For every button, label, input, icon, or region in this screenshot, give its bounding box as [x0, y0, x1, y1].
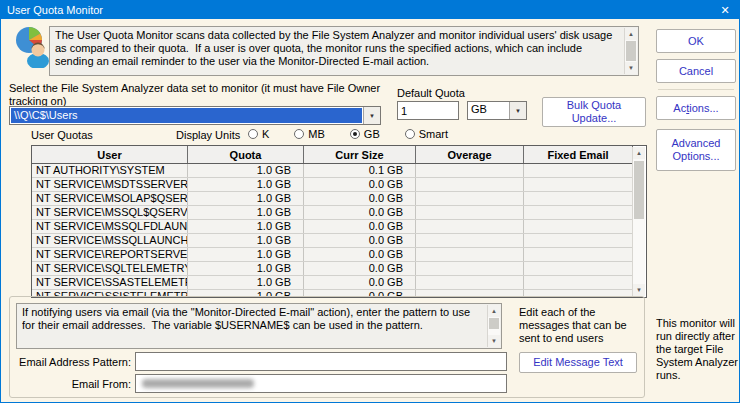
radio-circle-icon [350, 129, 360, 139]
dataset-label: Select the File System Analyzer data set… [9, 82, 391, 108]
table-cell: 0.0 GB [304, 234, 416, 247]
table-cell [524, 248, 633, 261]
scroll-down-icon[interactable]: ▼ [625, 62, 637, 74]
table-row[interactable]: NT AUTHORITY\SYSTEM1.0 GB0.1 GB [32, 164, 633, 178]
user-quotas-label: User Quotas [31, 129, 93, 142]
scrollbar-thumb[interactable] [634, 161, 644, 219]
scroll-down-icon[interactable]: ▼ [633, 284, 645, 296]
table-cell [416, 178, 524, 191]
advanced-options-button[interactable]: Advanced Options... [656, 129, 736, 171]
column-header-fixed-email[interactable]: Fixed Email [524, 146, 633, 163]
scroll-up-icon[interactable]: ▲ [488, 305, 500, 317]
edit-messages-hint: Edit each of the messages that can be se… [519, 306, 641, 345]
table-row[interactable]: NT SERVICE\SQLTELEMETRY$QSE1.0 GB0.0 GB [32, 262, 633, 276]
radio-label: K [262, 128, 269, 140]
email-note-box: If notifying users via email (via the "M… [16, 303, 502, 349]
chevron-down-icon[interactable]: ▼ [363, 107, 380, 124]
quota-table-header: User Quota Curr Size Overage Fixed Email [32, 146, 633, 164]
default-quota-input[interactable] [397, 101, 459, 120]
table-cell [416, 206, 524, 219]
table-cell: 1.0 GB [188, 248, 304, 261]
table-cell: NT SERVICE\SQLTELEMETRY$QSE [32, 262, 188, 275]
table-cell [524, 262, 633, 275]
table-cell: NT SERVICE\MSSQLFDLAUNCHER$ [32, 220, 188, 233]
table-cell: NT SERVICE\MSOLAP$QSERVER [32, 192, 188, 205]
bulk-quota-update-button[interactable]: Bulk Quota Update... [542, 97, 646, 127]
window-title: User Quota Monitor [7, 4, 103, 16]
column-header-curr-size[interactable]: Curr Size [304, 146, 416, 163]
actions-button[interactable]: Actions... [656, 96, 736, 120]
scroll-down-icon[interactable]: ▼ [488, 335, 500, 347]
column-header-overage[interactable]: Overage [416, 146, 524, 163]
bulk-label-line1: Bulk Quota [567, 99, 621, 112]
table-cell [524, 206, 633, 219]
default-quota-unit-combobox[interactable]: GB ▼ [467, 101, 527, 120]
table-cell: 1.0 GB [188, 234, 304, 247]
table-row[interactable]: NT SERVICE\SSASTELEMETRY$QS1.0 GB0.0 GB [32, 276, 633, 290]
table-cell: 0.0 GB [304, 248, 416, 261]
radio-mb[interactable]: MB [294, 128, 325, 140]
note-scrollbar[interactable]: ▲ ▼ [487, 305, 500, 347]
table-cell: 1.0 GB [188, 262, 304, 275]
radio-circle-icon [294, 129, 304, 139]
titlebar: User Quota Monitor ✕ [1, 1, 739, 19]
table-cell: 1.0 GB [188, 276, 304, 289]
radio-k[interactable]: K [248, 128, 269, 140]
table-cell: 0.1 GB [304, 164, 416, 177]
table-cell: 0.0 GB [304, 178, 416, 191]
description-text: The User Quota Monitor scans data collec… [55, 29, 620, 73]
table-cell [416, 192, 524, 205]
user-quota-icon [12, 24, 54, 68]
radio-circle-icon [248, 129, 258, 139]
scroll-up-icon[interactable]: ▲ [625, 28, 637, 40]
column-header-user[interactable]: User [32, 146, 188, 163]
table-scrollbar[interactable]: ▲ ▼ [632, 147, 645, 296]
email-pattern-input[interactable] [135, 352, 507, 371]
table-row[interactable]: NT SERVICE\MSSQL$QSERVER1.0 GB0.0 GB [32, 206, 633, 220]
radio-smart[interactable]: Smart [405, 128, 448, 140]
email-from-input[interactable] [135, 374, 507, 393]
radio-gb[interactable]: GB [350, 128, 380, 140]
table-cell: 0.0 GB [304, 262, 416, 275]
display-units-label: Display Units [176, 129, 240, 142]
table-row[interactable]: NT SERVICE\REPORTSERVER$QSE1.0 GB0.0 GB [32, 248, 633, 262]
table-row[interactable]: NT SERVICE\MSSQLFDLAUNCHER$1.0 GB0.0 GB [32, 220, 633, 234]
dataset-combobox[interactable]: \\Q\C$\Users ▼ [9, 106, 381, 125]
table-cell: 1.0 GB [188, 206, 304, 219]
quota-table-rows: NT AUTHORITY\SYSTEM1.0 GB0.1 GBNT SERVIC… [32, 164, 646, 298]
scroll-up-icon[interactable]: ▲ [633, 147, 645, 159]
email-note-text: If notifying users via email (via the "M… [22, 306, 483, 346]
actions-label: Ac [673, 102, 686, 115]
edit-message-text-button[interactable]: Edit Message Text [519, 352, 637, 373]
button-divider [658, 89, 734, 90]
table-cell: 0.0 GB [304, 206, 416, 219]
scrollbar-thumb[interactable] [626, 41, 636, 61]
table-cell [524, 178, 633, 191]
cancel-button[interactable]: Cancel [656, 59, 736, 83]
column-header-quota[interactable]: Quota [188, 146, 304, 163]
close-icon[interactable]: ✕ [717, 4, 733, 17]
table-cell: NT SERVICE\MSSQLLAUNCHPAD$C [32, 234, 188, 247]
table-row[interactable]: NT SERVICE\MSDTSSERVER1301.0 GB0.0 GB [32, 178, 633, 192]
ok-button[interactable]: OK [656, 29, 736, 53]
description-box: The User Quota Monitor scans data collec… [49, 26, 639, 76]
table-cell [416, 220, 524, 233]
user-quota-monitor-dialog: User Quota Monitor ✕ The User Quota Moni… [0, 0, 740, 403]
unit-selected-value: GB [468, 102, 509, 119]
chevron-down-icon[interactable]: ▼ [509, 102, 526, 119]
table-cell: 0.0 GB [304, 276, 416, 289]
description-scrollbar[interactable]: ▲ ▼ [624, 28, 637, 74]
bulk-label-line2: Update... [572, 112, 617, 125]
table-cell [416, 262, 524, 275]
email-settings-group: If notifying users via email (via the "M… [9, 296, 645, 398]
scrollbar-thumb[interactable] [489, 318, 499, 329]
default-quota-label: Default Quota [397, 87, 465, 100]
table-row[interactable]: NT SERVICE\MSSQLLAUNCHPAD$C1.0 GB0.0 GB [32, 234, 633, 248]
table-cell: NT SERVICE\MSDTSSERVER130 [32, 178, 188, 191]
radio-circle-icon [405, 129, 415, 139]
table-cell: 0.0 GB [304, 192, 416, 205]
actions-label-end: ions... [689, 102, 718, 115]
table-cell: 0.0 GB [304, 220, 416, 233]
display-units-group: KMBGBSmart [248, 128, 448, 140]
table-row[interactable]: NT SERVICE\MSOLAP$QSERVER1.0 GB0.0 GB [32, 192, 633, 206]
